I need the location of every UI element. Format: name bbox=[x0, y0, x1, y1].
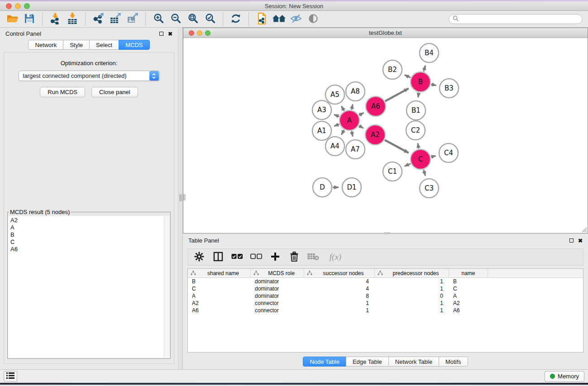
edge-A-A7[interactable] bbox=[352, 131, 353, 137]
edge-A-A4[interactable] bbox=[341, 130, 344, 135]
cell-shared-name[interactable]: B bbox=[188, 278, 251, 285]
node-A6[interactable]: A6 bbox=[366, 96, 386, 116]
open-session-button[interactable] bbox=[4, 11, 21, 27]
edge-A2-C[interactable] bbox=[385, 140, 408, 152]
column-header-predecessor-nodes[interactable]: predecessor nodes bbox=[375, 269, 449, 277]
node-A7[interactable]: A7 bbox=[346, 140, 365, 159]
canvas-vscroll-thumb[interactable] bbox=[183, 194, 186, 200]
mcds-result-item[interactable]: C bbox=[10, 238, 170, 246]
cell-successor-nodes[interactable]: 4 bbox=[304, 278, 375, 285]
panel-splitter[interactable] bbox=[178, 28, 183, 369]
splitter-grip[interactable] bbox=[179, 194, 182, 201]
table-options-button[interactable] bbox=[191, 250, 208, 264]
cell-shared-name[interactable]: C bbox=[188, 286, 251, 292]
node-C[interactable]: C bbox=[411, 149, 430, 169]
column-header-shared-name[interactable]: shared name bbox=[188, 269, 251, 277]
table-row[interactable]: Bdominator41B bbox=[188, 278, 583, 285]
first-neighbors-button[interactable] bbox=[270, 11, 287, 27]
node-A3[interactable]: A3 bbox=[312, 100, 331, 119]
cell-shared-name[interactable]: A6 bbox=[188, 307, 251, 314]
node-C3[interactable]: C3 bbox=[420, 179, 439, 198]
cell-mcds-role[interactable]: dominator bbox=[251, 293, 304, 299]
tab-motifs[interactable]: Motifs bbox=[439, 357, 468, 367]
edge-A-A5[interactable] bbox=[341, 106, 344, 111]
tab-style[interactable]: Style bbox=[63, 40, 90, 50]
node-A2[interactable]: A2 bbox=[365, 125, 385, 145]
tab-network[interactable]: Network bbox=[28, 40, 63, 50]
edge-A-A3[interactable] bbox=[334, 114, 339, 116]
close-panel-icon[interactable]: ✖ bbox=[168, 31, 172, 37]
cell-mcds-role[interactable]: connector bbox=[251, 300, 304, 306]
edge-C-C2[interactable] bbox=[418, 143, 419, 149]
mcds-result-list[interactable]: A2ABCA6 bbox=[8, 216, 170, 358]
delete-column-button[interactable] bbox=[286, 250, 303, 264]
tab-network-table[interactable]: Network Table bbox=[388, 357, 439, 367]
edge-A-A8[interactable] bbox=[352, 104, 353, 110]
close-window-button[interactable] bbox=[6, 3, 12, 9]
tab-node-table[interactable]: Node Table bbox=[303, 357, 346, 367]
node-A1[interactable]: A1 bbox=[312, 121, 331, 140]
edge-A6-B[interactable] bbox=[385, 88, 409, 101]
edge-B-B2[interactable] bbox=[405, 75, 411, 78]
edge-B-B1[interactable] bbox=[418, 93, 419, 98]
save-session-button[interactable] bbox=[21, 11, 38, 27]
node-B1[interactable]: B1 bbox=[406, 101, 425, 120]
edge-C-C4[interactable] bbox=[431, 156, 435, 157]
import-table-button[interactable] bbox=[64, 11, 81, 27]
node-A[interactable]: A bbox=[339, 110, 359, 130]
criterion-select[interactable]: largest connected component (directed) bbox=[19, 71, 160, 81]
cell-successor-nodes[interactable]: 1 bbox=[304, 307, 375, 314]
close-table-panel-icon[interactable]: ✖ bbox=[578, 238, 583, 243]
cell-predecessor-nodes[interactable]: 0 bbox=[375, 293, 449, 299]
memory-button[interactable]: Memory bbox=[545, 371, 584, 382]
node-D1[interactable]: D1 bbox=[342, 178, 361, 197]
cell-name[interactable]: A2 bbox=[449, 300, 488, 306]
zoom-out-button[interactable] bbox=[167, 11, 184, 27]
table-row[interactable]: Adominator80A bbox=[188, 292, 583, 300]
cell-successor-nodes[interactable]: 4 bbox=[304, 286, 375, 292]
table-row[interactable]: Cdominator41C bbox=[188, 285, 583, 292]
maximize-network-window-button[interactable] bbox=[205, 30, 210, 36]
edge-C-C3[interactable] bbox=[424, 170, 425, 176]
resize-grip-icon[interactable] bbox=[581, 226, 587, 234]
export-network-button[interactable] bbox=[90, 11, 107, 27]
run-mcds-button[interactable]: Run MCDS bbox=[40, 87, 85, 97]
node-C1[interactable]: C1 bbox=[383, 162, 402, 181]
zoom-in-button[interactable] bbox=[150, 11, 167, 27]
cell-name[interactable]: B bbox=[449, 278, 488, 285]
hide-selected-button[interactable] bbox=[287, 11, 305, 27]
zoom-selected-button[interactable] bbox=[201, 11, 219, 27]
cell-mcds-role[interactable]: dominator bbox=[251, 286, 304, 292]
function-builder-button[interactable]: f(x) bbox=[324, 250, 347, 264]
cell-predecessor-nodes[interactable]: 1 bbox=[375, 300, 449, 306]
deselect-all-columns-button[interactable] bbox=[248, 250, 265, 264]
mcds-result-item[interactable]: B bbox=[10, 231, 170, 238]
tab-select[interactable]: Select bbox=[89, 40, 119, 50]
result-scrollbar[interactable] bbox=[164, 216, 170, 358]
float-table-panel-button[interactable] bbox=[569, 238, 574, 243]
node-A5[interactable]: A5 bbox=[325, 85, 344, 104]
tab-edge-table[interactable]: Edge Table bbox=[346, 357, 389, 367]
cell-predecessor-nodes[interactable]: 1 bbox=[375, 278, 449, 285]
cell-successor-nodes[interactable]: 8 bbox=[304, 293, 375, 299]
node-A8[interactable]: A8 bbox=[346, 82, 365, 101]
search-input[interactable] bbox=[461, 16, 578, 22]
canvas-hscroll-thumb[interactable] bbox=[384, 232, 390, 234]
column-header-name[interactable]: name bbox=[449, 269, 488, 277]
close-panel-button[interactable]: Close panel bbox=[91, 87, 138, 97]
close-network-window-button[interactable] bbox=[189, 30, 194, 36]
cell-name[interactable]: C bbox=[449, 286, 488, 292]
node-D[interactable]: D bbox=[313, 178, 332, 197]
search-field[interactable] bbox=[449, 14, 583, 24]
float-panel-button[interactable] bbox=[159, 32, 163, 36]
cell-name[interactable]: A bbox=[449, 293, 488, 299]
node-B2[interactable]: B2 bbox=[383, 60, 402, 79]
node-C4[interactable]: C4 bbox=[439, 143, 458, 162]
edge-C-C1[interactable] bbox=[405, 164, 411, 167]
edge-B-B4[interactable] bbox=[424, 66, 425, 71]
table-row[interactable]: A6connector11A6 bbox=[188, 307, 583, 314]
import-network-button[interactable] bbox=[47, 11, 64, 27]
cell-name[interactable]: A6 bbox=[449, 307, 488, 314]
export-image-button[interactable] bbox=[124, 11, 141, 27]
cell-mcds-role[interactable]: dominator bbox=[251, 278, 304, 285]
